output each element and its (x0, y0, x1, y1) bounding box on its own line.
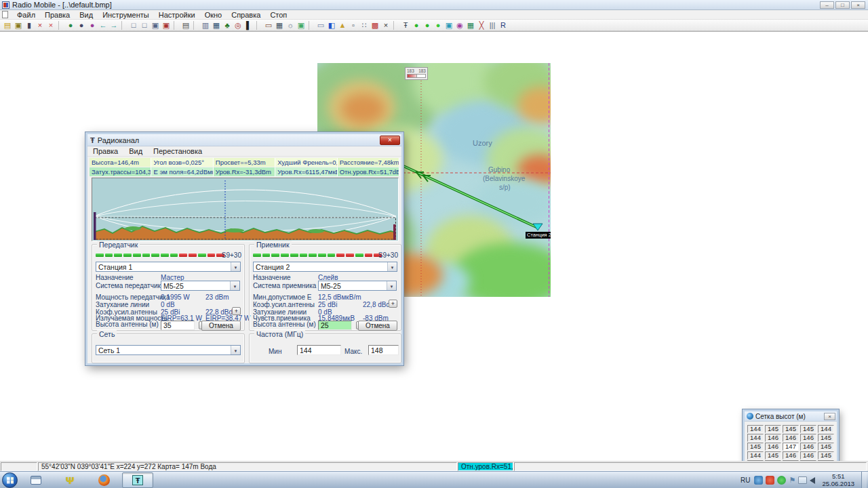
elevation-cell[interactable]: 146 (783, 434, 799, 442)
chevron-down-icon[interactable] (231, 262, 240, 271)
grid-window-close-icon[interactable] (824, 413, 835, 420)
taskbar-firefox-button[interactable] (88, 472, 119, 488)
rx-height-input[interactable] (318, 321, 352, 330)
tray-green-app-icon[interactable] (777, 476, 786, 485)
elevation-cell[interactable]: 146 (800, 434, 816, 442)
dialog-menu-view[interactable]: Вид (123, 147, 148, 155)
rx-system-combo[interactable]: M5-25 (318, 281, 397, 291)
folder-open-icon[interactable]: ▣ (13, 20, 24, 30)
close-button[interactable] (851, 1, 865, 9)
blue-yellow-map-icon[interactable]: ◧ (326, 20, 337, 30)
chevron-down-icon[interactable] (387, 262, 397, 271)
window-icon[interactable]: □ (128, 20, 139, 30)
network-combo[interactable]: Сеть 1 (96, 345, 241, 355)
elevation-cell[interactable]: 145 (818, 434, 834, 442)
elevation-cell[interactable]: 145 (818, 451, 834, 460)
rx-cancel-button[interactable]: Отмена (358, 321, 397, 331)
menu-window[interactable]: Окно (200, 10, 227, 20)
bars-icon[interactable]: ||| (487, 20, 498, 30)
elevation-cell[interactable]: 146 (800, 451, 816, 460)
dialog-menu-swap[interactable]: Перестановка (148, 147, 208, 155)
green-ball-3-icon[interactable]: ● (433, 20, 443, 30)
profile-chart[interactable] (92, 178, 399, 241)
elevation-cell[interactable]: 146 (783, 451, 799, 460)
arrow-right-icon[interactable]: → (108, 20, 119, 30)
ruler-icon[interactable]: ▭ (263, 20, 274, 30)
chevron-down-icon[interactable] (231, 346, 240, 354)
start-button[interactable] (2, 472, 18, 488)
dots-icon[interactable]: ∷ (359, 20, 370, 30)
elevation-cell[interactable]: 144 (747, 434, 764, 442)
elevation-cell[interactable]: 145 (818, 443, 834, 451)
grid-icon[interactable]: ▦ (274, 20, 285, 30)
menu-view[interactable]: Вид (75, 10, 98, 20)
forest-icon[interactable]: ♣ (222, 20, 233, 30)
tools-red-icon[interactable]: ╳ (476, 20, 487, 30)
chevron-down-icon[interactable] (387, 281, 396, 290)
elevation-cell[interactable]: 147 (783, 443, 799, 451)
window-save-icon[interactable]: ▣ (150, 20, 161, 30)
dialog-close-icon[interactable] (380, 136, 400, 145)
dialog-titlebar[interactable]: Ŧ Радиоканал (87, 134, 401, 146)
window-delete-icon[interactable]: ▣ (161, 20, 172, 30)
green-ball-2-icon[interactable]: ● (422, 20, 433, 30)
tray-antivirus-icon[interactable] (766, 476, 774, 485)
map-icon[interactable]: ▣ (296, 20, 307, 30)
grid-window-titlebar[interactable]: Сетка высот (м) (745, 411, 837, 422)
elevation-cell[interactable]: 145 (747, 443, 764, 451)
rx-station-combo[interactable]: Станция 2 (253, 262, 397, 272)
contrast-icon[interactable]: ▌ (243, 20, 254, 30)
elevation-icon[interactable]: ▲ (337, 20, 348, 30)
elevation-cell[interactable]: 145 (800, 425, 816, 433)
elevation-cell[interactable]: 146 (800, 443, 816, 451)
elevation-cell[interactable]: 146 (765, 443, 781, 451)
save-icon[interactable]: ▮ (24, 20, 35, 30)
elevation-cell[interactable]: 145 (765, 425, 781, 433)
white-window-icon[interactable]: ▭ (315, 20, 326, 30)
merge-pictures-icon[interactable]: ▦ (211, 20, 222, 30)
menu-tools[interactable]: Инструменты (98, 10, 154, 20)
elevation-cell[interactable]: 144 (747, 451, 764, 460)
minimize-button[interactable] (820, 1, 834, 9)
maximize-button[interactable] (835, 1, 850, 9)
cyan-box-icon[interactable]: ▣ (443, 20, 454, 30)
menu-options[interactable]: Настройки (154, 10, 200, 20)
globe-green-icon[interactable]: ● (65, 20, 76, 30)
tx-station-combo[interactable]: Станция 1 (96, 262, 241, 272)
chevron-down-icon[interactable] (230, 281, 239, 290)
window-copy-icon[interactable]: □ (139, 20, 150, 30)
mdi-child-icon[interactable] (2, 11, 8, 18)
menu-edit[interactable]: Правка (40, 10, 75, 20)
sun-icon[interactable]: ☼ (285, 20, 296, 30)
folder-new-icon[interactable]: ▤ (2, 20, 13, 30)
action-center-flag-icon[interactable] (789, 476, 795, 485)
copy-icon[interactable]: ▥ (200, 20, 211, 30)
delete-page-icon[interactable]: × (35, 20, 45, 30)
tx-system-combo[interactable]: M5-25 (161, 281, 240, 291)
globe-dark-icon[interactable]: ● (76, 20, 87, 30)
globe-purple-icon[interactable]: ● (87, 20, 98, 30)
green-ball-icon[interactable]: ● (411, 20, 422, 30)
table-icon[interactable]: ▦ (465, 20, 476, 30)
cut-red-icon[interactable]: × (45, 20, 56, 30)
taskbar-explorer-button[interactable] (20, 472, 52, 488)
elevation-cell[interactable]: 144 (747, 425, 764, 433)
purple-ring-icon[interactable]: ◉ (454, 20, 465, 30)
speaker-icon[interactable] (810, 477, 815, 484)
tx-cancel-button[interactable]: Отмена (201, 321, 241, 331)
fit-selection-icon[interactable]: ▫ (348, 20, 359, 30)
arrow-left-icon[interactable]: ← (98, 20, 108, 30)
taskbar-clock[interactable]: 5:51 25.06.2013 (818, 472, 859, 487)
freq-max-input[interactable] (368, 345, 399, 355)
red-grid-icon[interactable]: ▩ (370, 20, 380, 30)
freq-min-input[interactable] (297, 345, 341, 355)
menu-stop[interactable]: Стоп (265, 10, 292, 20)
network-icon[interactable] (798, 476, 807, 484)
elevation-cell[interactable]: 145 (765, 451, 781, 460)
rx-gain-plus-button[interactable]: + (389, 300, 397, 308)
taskbar-radio-mobile-button[interactable]: Ŧ (122, 472, 153, 488)
close-map-icon[interactable]: × (380, 20, 391, 30)
elevation-cell[interactable]: 146 (765, 434, 781, 442)
window-titlebar[interactable]: Radio Mobile - [..\default.bmp] (0, 0, 868, 10)
elevation-cell[interactable]: 145 (783, 425, 799, 433)
